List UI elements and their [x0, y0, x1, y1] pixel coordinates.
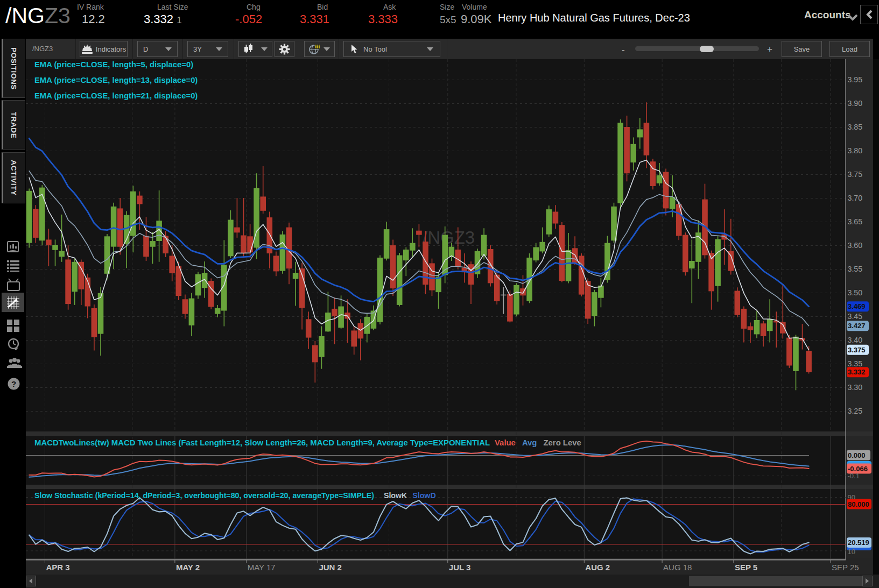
- svg-text:3.60: 3.60: [848, 241, 863, 250]
- svg-text:EMA (price=CLOSE, length=21, d: EMA (price=CLOSE, length=21, displace=0): [34, 91, 198, 100]
- svg-text:3.95: 3.95: [848, 75, 863, 84]
- svg-text:MACDTwoLines(tw) MACD Two Line: MACDTwoLines(tw) MACD Two Lines (Fast Le…: [34, 438, 581, 447]
- svg-text:EMA (price=CLOSE, length=13, d: EMA (price=CLOSE, length=13, displace=0): [34, 76, 198, 84]
- svg-text:3.35: 3.35: [848, 359, 863, 368]
- svg-text:JUL 3: JUL 3: [449, 563, 471, 572]
- svg-text:AUG 2: AUG 2: [585, 563, 610, 572]
- svg-text:3.50: 3.50: [848, 288, 863, 297]
- svg-text:SEP 5: SEP 5: [735, 563, 757, 572]
- svg-text:80.000: 80.000: [848, 500, 869, 508]
- svg-text:3.80: 3.80: [848, 146, 863, 155]
- svg-text:3.70: 3.70: [848, 194, 863, 202]
- svg-text:3.30: 3.30: [848, 383, 863, 392]
- svg-text:SEP 25: SEP 25: [832, 563, 859, 572]
- svg-text:3.427: 3.427: [848, 322, 866, 330]
- svg-text:3.55: 3.55: [848, 265, 863, 273]
- svg-text:0.000: 0.000: [848, 451, 866, 459]
- svg-text:3.45: 3.45: [848, 312, 863, 321]
- svg-text:?: ?: [11, 379, 16, 388]
- svg-text:20.519: 20.519: [848, 539, 869, 547]
- svg-text:3.65: 3.65: [848, 217, 863, 226]
- svg-text:3.85: 3.85: [848, 123, 863, 131]
- svg-text:3.469: 3.469: [848, 302, 866, 310]
- svg-text:3.75: 3.75: [848, 170, 863, 179]
- svg-text:10: 10: [848, 548, 855, 556]
- svg-text:/NGZ3: /NGZ3: [423, 228, 475, 247]
- svg-text:3.375: 3.375: [848, 346, 866, 354]
- svg-text:3.90: 3.90: [848, 99, 863, 108]
- svg-text:EMA (price=CLOSE, length=5, di: EMA (price=CLOSE, length=5, displace=0): [34, 60, 193, 69]
- svg-text:3.40: 3.40: [848, 336, 863, 344]
- svg-text:-0.1: -0.1: [848, 472, 860, 480]
- svg-text:MAY 17: MAY 17: [248, 563, 276, 572]
- svg-text:MAY 2: MAY 2: [176, 563, 200, 572]
- svg-text:APR 3: APR 3: [46, 563, 70, 572]
- svg-text:3.332: 3.332: [848, 368, 866, 376]
- svg-text:JUN 2: JUN 2: [319, 563, 342, 572]
- svg-text:3.25: 3.25: [848, 407, 863, 415]
- svg-text:AUG 18: AUG 18: [663, 563, 692, 572]
